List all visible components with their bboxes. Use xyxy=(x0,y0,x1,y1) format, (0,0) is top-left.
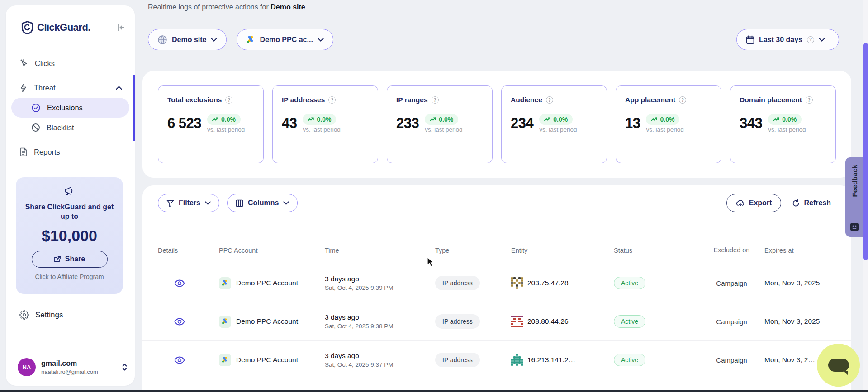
view-details-eye-icon[interactable] xyxy=(174,318,219,326)
column-header-entity: Entity xyxy=(511,247,614,254)
trend-up-icon xyxy=(651,117,657,122)
details-cell xyxy=(158,279,219,287)
stat-title-text: Total exclusions xyxy=(167,96,222,104)
entity-identicon xyxy=(511,277,523,289)
chevron-down-icon xyxy=(819,38,825,42)
export-button[interactable]: Export xyxy=(726,194,782,212)
chevron-up-icon xyxy=(116,86,122,90)
entity-cell: 203.75.47.28 xyxy=(511,277,614,289)
stat-title-text: IP addresses xyxy=(282,96,325,104)
sidebar-collapse-icon[interactable] xyxy=(117,23,126,32)
brand-name: ClickGuard. xyxy=(37,22,90,33)
columns-label: Columns xyxy=(248,199,279,207)
ppc-account-cell: Demo PPC Account xyxy=(219,277,325,289)
column-header-time: Time xyxy=(325,247,435,254)
view-details-eye-icon[interactable] xyxy=(174,356,219,364)
chevron-down-icon xyxy=(283,201,289,205)
time-cell: 3 days agoSat, Oct 4, 2025 9:38 PM xyxy=(325,313,435,330)
sidebar-item-exclusions[interactable]: Exclusions xyxy=(11,98,129,118)
table-row: Demo PPC Account3 days agoSat, Oct 4, 20… xyxy=(142,302,851,340)
excluded-on-cell: Campaign xyxy=(699,356,764,364)
stat-caption: vs. last period xyxy=(768,126,806,133)
chat-bubble-icon xyxy=(828,359,849,372)
time-cell: 3 days agoSat, Oct 4, 2025 9:39 PM xyxy=(325,275,435,291)
stat-delta-value: 0.0% xyxy=(439,116,453,123)
help-icon: ? xyxy=(432,96,439,104)
sidebar: ClickGuard. Clicks Threat xyxy=(6,5,135,386)
status-badge: Active xyxy=(614,354,645,366)
date-range-value: Last 30 days xyxy=(759,36,802,44)
sidebar-item-clicks[interactable]: Clicks xyxy=(11,53,129,73)
column-header-status: Status xyxy=(614,247,699,254)
site-selector-value: Demo site xyxy=(172,36,206,44)
entity-value: 16.213.141.2… xyxy=(527,356,575,364)
sort-chevrons-icon xyxy=(122,363,128,372)
stat-card-title: IP addresses? xyxy=(282,96,369,104)
column-header-expires-at: Expires at xyxy=(764,247,847,254)
expires-at-cell: Mon, Nov 3, 2025 xyxy=(764,317,847,326)
stats-panel: Total exclusions?6 5230.0%vs. last perio… xyxy=(142,71,851,178)
sidebar-item-threat[interactable]: Threat xyxy=(11,78,129,98)
time-relative: 3 days ago xyxy=(325,352,435,360)
date-range-dropdown[interactable]: Last 30 days ? xyxy=(736,29,839,50)
refresh-icon xyxy=(792,199,800,207)
share-button[interactable]: Share xyxy=(32,251,108,268)
time-full: Sat, Oct 4, 2025 9:38 PM xyxy=(325,323,435,330)
stat-value-row: 2330.0%vs. last period xyxy=(396,114,483,133)
expires-at-cell: Mon, Nov 3, 2025 xyxy=(764,279,847,287)
site-selector-dropdown[interactable]: Demo site xyxy=(148,29,227,50)
stat-delta-badge: 0.0% xyxy=(768,114,802,125)
stat-delta-value: 0.0% xyxy=(660,116,674,123)
stat-value: 233 xyxy=(396,115,419,132)
lightning-icon xyxy=(19,83,28,92)
stat-delta-block: 0.0%vs. last period xyxy=(303,114,340,133)
stat-delta-badge: 0.0% xyxy=(539,114,573,125)
sidebar-scrollbar[interactable] xyxy=(133,75,135,141)
view-details-eye-icon[interactable] xyxy=(174,279,219,287)
trend-up-icon xyxy=(773,117,779,122)
chat-launcher-button[interactable] xyxy=(817,344,860,387)
columns-icon xyxy=(236,199,243,207)
affiliate-promo-card[interactable]: Share ClickGuard and get up to $10,000 S… xyxy=(16,177,123,294)
sidebar-item-label: Blacklist xyxy=(47,123,74,132)
stat-card-0: Total exclusions?6 5230.0%vs. last perio… xyxy=(158,85,264,163)
stat-card-title: IP ranges? xyxy=(396,96,483,104)
stat-delta-value: 0.0% xyxy=(553,116,568,123)
stat-title-text: IP ranges xyxy=(396,96,428,104)
cloud-download-icon xyxy=(736,199,745,207)
user-menu[interactable]: NA gmail.com naatali.ro@gmail.com xyxy=(18,358,128,376)
sidebar-item-label: Threat xyxy=(34,84,56,92)
filters-dropdown[interactable]: Filters xyxy=(158,194,219,212)
stat-card-4: App placement?130.0%vs. last period xyxy=(616,85,721,163)
help-icon: ? xyxy=(806,96,813,104)
help-icon: ? xyxy=(225,96,232,104)
type-cell: IP address xyxy=(435,353,511,367)
ban-icon xyxy=(31,123,40,132)
refresh-label: Refresh xyxy=(804,199,831,207)
columns-dropdown[interactable]: Columns xyxy=(227,194,298,212)
status-badge: Active xyxy=(614,315,645,328)
trend-up-icon xyxy=(308,117,314,122)
help-icon: ? xyxy=(807,36,814,43)
sidebar-item-reports[interactable]: Reports xyxy=(11,142,129,162)
exclusions-table-panel: Filters Columns Export xyxy=(142,185,851,392)
stat-card-5: Domain placement?3430.0%vs. last period xyxy=(730,85,836,163)
badge-check-icon xyxy=(31,103,41,113)
refresh-button[interactable]: Refresh xyxy=(792,199,831,207)
sidebar-item-settings[interactable]: Settings xyxy=(19,310,63,320)
help-icon: ? xyxy=(679,96,686,104)
promo-footnote: Click to Affiliate Program xyxy=(16,273,123,280)
ppc-account-selector-value: Demo PPC ac... xyxy=(260,36,313,44)
stat-card-1: IP addresses?430.0%vs. last period xyxy=(272,85,378,163)
page-scrollbar-thumb[interactable] xyxy=(863,43,868,260)
share-button-label: Share xyxy=(65,255,85,263)
time-cell: 3 days agoSat, Oct 4, 2025 9:37 PM xyxy=(325,352,435,368)
ppc-account-selector-dropdown[interactable]: Demo PPC ac... xyxy=(237,29,333,50)
promo-amount: $10,000 xyxy=(16,227,123,245)
feedback-tab[interactable]: Feedback xyxy=(845,157,863,237)
clickguard-logo: ClickGuard. xyxy=(21,21,90,34)
sidebar-item-blacklist[interactable]: Blacklist xyxy=(11,118,129,137)
stat-card-title: App placement? xyxy=(625,96,712,104)
status-badge: Active xyxy=(614,277,645,289)
entity-identicon xyxy=(511,354,523,366)
